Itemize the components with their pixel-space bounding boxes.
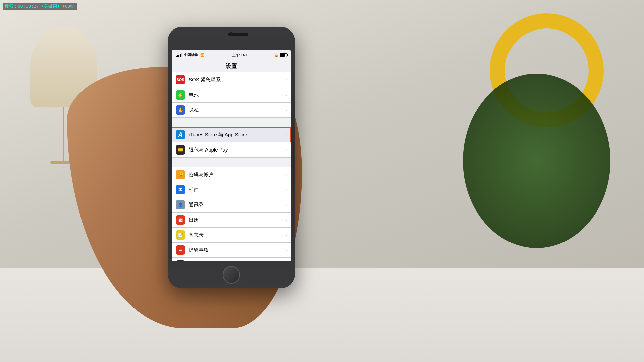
- calendar-chevron: ›: [285, 217, 287, 223]
- privacy-label: 隐私: [189, 107, 284, 113]
- itunes-chevron: ›: [285, 132, 287, 138]
- mail-icon: ✉: [176, 185, 185, 194]
- passwords-chevron: ›: [285, 172, 287, 178]
- passwords-label: 密码与帐户: [189, 172, 284, 178]
- contacts-icon: 👤: [176, 200, 185, 209]
- sos-icon: SOS: [176, 75, 185, 84]
- settings-list: SOS SOS 紧急联系 › ⚡ 电池 › ✋ 隐私 ›: [172, 72, 291, 261]
- privacy-icon: ✋: [176, 105, 185, 115]
- contacts-chevron: ›: [285, 202, 287, 208]
- reminders-chevron: ›: [285, 247, 287, 253]
- settings-item-reminders[interactable]: ••• 提醒事项 ›: [172, 243, 291, 258]
- battery-chevron: ›: [285, 92, 287, 98]
- settings-item-voice-memos[interactable]: 🎙 语音备忘录 ›: [172, 258, 291, 261]
- settings-section-1: SOS SOS 紧急联系 › ⚡ 电池 › ✋ 隐私 ›: [172, 72, 291, 118]
- contacts-label: 通讯录: [189, 202, 284, 208]
- settings-section-2: A iTunes Store 与 App Store › 💳 钱包与 Apple…: [172, 127, 291, 158]
- sos-chevron: ›: [285, 77, 287, 83]
- settings-item-itunes[interactable]: A iTunes Store 与 App Store ›: [172, 127, 291, 142]
- calendar-label: 日历: [189, 217, 284, 223]
- phone-container: 中国移动 📶 上午9:49 🔒 设置: [168, 27, 295, 288]
- signal-bars-icon: [176, 53, 182, 57]
- settings-item-mail[interactable]: ✉ 邮件 ›: [172, 182, 291, 197]
- settings-item-passwords[interactable]: 🔑 密码与帐户 ›: [172, 167, 291, 182]
- timer-overlay: 搜索：00:00:27 (关键词) (63%): [3, 3, 77, 10]
- status-right: 🔒: [274, 53, 287, 57]
- settings-item-wallet[interactable]: 💳 钱包与 Apple Pay ›: [172, 142, 291, 158]
- privacy-chevron: ›: [285, 107, 287, 113]
- settings-page-title: 设置: [172, 60, 291, 72]
- carrier-signal: 中国移动 📶: [176, 53, 204, 57]
- voice-memos-icon: 🎙: [176, 260, 185, 261]
- wallet-icon: 💳: [176, 145, 185, 155]
- calendar-icon: 📅: [176, 215, 185, 225]
- section-gap-1: [172, 118, 291, 127]
- settings-section-3: 🔑 密码与帐户 › ✉ 邮件 › 👤 通讯录 ›: [172, 167, 291, 261]
- settings-item-sos[interactable]: SOS SOS 紧急联系 ›: [172, 72, 291, 87]
- status-time: 上午9:49: [232, 53, 247, 58]
- phone-speaker: [228, 33, 248, 36]
- mail-chevron: ›: [285, 187, 287, 193]
- wifi-icon: 📶: [200, 53, 204, 57]
- itunes-label: iTunes Store 与 App Store: [189, 132, 284, 138]
- wallet-label: 钱包与 Apple Pay: [189, 147, 284, 153]
- section-gap-2: [172, 158, 291, 167]
- mail-label: 邮件: [189, 187, 284, 193]
- settings-item-privacy[interactable]: ✋ 隐私 ›: [172, 103, 291, 118]
- settings-item-contacts[interactable]: 👤 通讯录 ›: [172, 197, 291, 213]
- reminders-icon: •••: [176, 245, 185, 255]
- table-surface: [0, 268, 644, 362]
- status-bar: 中国移动 📶 上午9:49 🔒: [172, 50, 291, 60]
- reminders-label: 提醒事项: [189, 247, 284, 253]
- battery-setting-icon: ⚡: [176, 90, 185, 100]
- settings-item-calendar[interactable]: 📅 日历 ›: [172, 213, 291, 228]
- lock-icon: 🔒: [274, 53, 278, 57]
- wallet-chevron: ›: [285, 147, 287, 153]
- settings-item-battery[interactable]: ⚡ 电池 ›: [172, 87, 291, 103]
- passwords-icon: 🔑: [176, 170, 185, 179]
- phone-body: 中国移动 📶 上午9:49 🔒 设置: [168, 27, 295, 288]
- battery-icon: [280, 53, 287, 57]
- settings-item-notes[interactable]: 📝 备忘录 ›: [172, 228, 291, 243]
- notes-icon: 📝: [176, 230, 185, 240]
- notes-chevron: ›: [285, 232, 287, 238]
- itunes-icon: A: [176, 130, 185, 139]
- phone-screen: 中国移动 📶 上午9:49 🔒 设置: [172, 50, 291, 261]
- battery-label: 电池: [189, 92, 284, 98]
- home-button[interactable]: [223, 266, 240, 284]
- notes-label: 备忘录: [189, 232, 284, 238]
- sos-label: SOS 紧急联系: [189, 77, 284, 83]
